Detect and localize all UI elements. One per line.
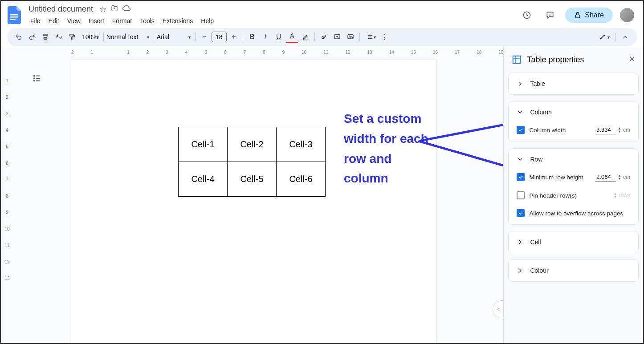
- table-properties-sidebar: Table properties Table Column Column w: [503, 48, 643, 343]
- share-button[interactable]: Share: [565, 8, 613, 23]
- avatar[interactable]: [620, 8, 634, 22]
- zoom-dropdown[interactable]: 100%: [79, 33, 101, 40]
- svg-rect-6: [44, 37, 47, 39]
- unit-label: rows: [619, 192, 630, 198]
- svg-rect-7: [70, 34, 73, 36]
- lock-icon: [574, 12, 581, 19]
- decrease-font-button[interactable]: −: [198, 31, 211, 43]
- star-icon[interactable]: ☆: [99, 4, 106, 14]
- annotation-text: Set a custom width for each row and colu…: [344, 109, 436, 189]
- pin-header-checkbox[interactable]: [517, 191, 525, 199]
- paint-format-button[interactable]: [66, 31, 78, 43]
- chevron-down-icon: [517, 109, 524, 116]
- move-icon[interactable]: [111, 4, 118, 14]
- italic-button[interactable]: I: [259, 31, 272, 43]
- table-cell[interactable]: Cell-4: [179, 162, 228, 197]
- svg-point-10: [349, 36, 350, 37]
- table-row[interactable]: Cell-1 Cell-2 Cell-3: [179, 127, 326, 162]
- history-icon[interactable]: [519, 7, 535, 23]
- table-row[interactable]: Cell-4 Cell-5 Cell-6: [179, 162, 326, 197]
- svg-rect-1: [10, 16, 18, 18]
- more-button[interactable]: ⋮: [379, 31, 391, 43]
- unit-label: cm: [623, 174, 630, 180]
- insert-link-button[interactable]: [318, 31, 330, 43]
- text-color-button[interactable]: A: [286, 31, 298, 43]
- collapse-toolbar-button[interactable]: [619, 31, 632, 43]
- table-cell[interactable]: Cell-6: [277, 162, 326, 197]
- vertical-ruler: 12345678910111213: [1, 48, 13, 343]
- horizontal-ruler: 2112345678910111213141516171819: [13, 48, 503, 57]
- redo-button[interactable]: [26, 31, 38, 43]
- menu-insert[interactable]: Insert: [85, 16, 108, 26]
- section-cell[interactable]: Cell: [509, 231, 638, 253]
- undo-button[interactable]: [12, 31, 25, 43]
- column-width-checkbox[interactable]: [517, 126, 525, 134]
- chevron-right-icon: [517, 80, 524, 87]
- menu-format[interactable]: Format: [109, 16, 135, 26]
- column-width-input[interactable]: [595, 125, 616, 134]
- min-row-height-label: Minimum row height: [529, 174, 583, 181]
- unit-label: cm: [623, 127, 630, 133]
- increase-font-button[interactable]: +: [228, 31, 240, 43]
- svg-rect-2: [10, 19, 16, 20]
- overflow-checkbox[interactable]: [517, 209, 525, 217]
- font-size-input[interactable]: 18: [212, 32, 227, 42]
- sidebar-title: Table properties: [527, 55, 623, 65]
- svg-rect-16: [513, 56, 521, 64]
- spellcheck-button[interactable]: [53, 31, 65, 43]
- chevron-right-icon: [517, 267, 524, 274]
- table-cell[interactable]: Cell-3: [277, 127, 326, 162]
- close-sidebar-button[interactable]: [628, 55, 636, 65]
- document-title[interactable]: Untitled document: [27, 4, 95, 15]
- menu-view[interactable]: View: [64, 16, 84, 26]
- share-label: Share: [585, 11, 604, 19]
- underline-button[interactable]: U: [273, 31, 285, 43]
- svg-rect-0: [10, 14, 18, 16]
- outline-toggle-button[interactable]: [32, 73, 42, 85]
- table-cell[interactable]: Cell-1: [179, 127, 228, 162]
- font-dropdown[interactable]: Arial: [157, 33, 192, 40]
- overflow-label: Allow row to overflow across pages: [529, 210, 623, 217]
- svg-point-12: [34, 78, 35, 79]
- chevron-down-icon: [517, 156, 524, 163]
- paragraph-style-dropdown[interactable]: Normal text: [106, 33, 151, 40]
- menu-tools[interactable]: Tools: [136, 16, 158, 26]
- menubar: File Edit View Insert Format Tools Exten…: [27, 16, 514, 26]
- min-row-height-spinner[interactable]: ▲▼: [618, 174, 621, 180]
- pin-header-spinner: ▲▼: [614, 192, 617, 198]
- align-dropdown[interactable]: [363, 31, 378, 43]
- pin-header-label: Pin header row(s): [529, 192, 577, 199]
- document-table[interactable]: Cell-1 Cell-2 Cell-3 Cell-4 Cell-5 Cell-…: [178, 127, 326, 197]
- menu-edit[interactable]: Edit: [45, 16, 63, 26]
- column-width-label: Column width: [529, 127, 566, 134]
- column-width-spinner[interactable]: ▲▼: [618, 127, 621, 133]
- document-page[interactable]: Cell-1 Cell-2 Cell-3 Cell-4 Cell-5 Cell-…: [71, 60, 436, 343]
- editing-mode-dropdown[interactable]: [594, 31, 611, 43]
- menu-extensions[interactable]: Extensions: [159, 16, 196, 26]
- min-row-height-checkbox[interactable]: [517, 173, 525, 181]
- min-row-height-input[interactable]: [595, 173, 616, 182]
- menu-help[interactable]: Help: [197, 16, 217, 26]
- section-row[interactable]: Row: [509, 149, 638, 170]
- table-cell[interactable]: Cell-2: [228, 127, 277, 162]
- chevron-right-icon: [517, 239, 524, 246]
- print-button[interactable]: [39, 31, 52, 43]
- section-table[interactable]: Table: [509, 73, 638, 94]
- bold-button[interactable]: B: [246, 31, 258, 43]
- table-cell[interactable]: Cell-5: [228, 162, 277, 197]
- toolbar: 100% Normal text Arial − 18 + B I U A ⋮: [7, 28, 637, 46]
- add-comment-button[interactable]: [331, 31, 343, 43]
- svg-point-11: [34, 76, 35, 77]
- section-column[interactable]: Column: [509, 101, 638, 123]
- highlight-button[interactable]: [299, 31, 312, 43]
- svg-point-13: [34, 81, 35, 81]
- docs-logo[interactable]: [6, 7, 22, 23]
- cloud-status-icon[interactable]: [122, 4, 130, 14]
- insert-image-button[interactable]: [344, 31, 357, 43]
- svg-rect-3: [576, 15, 580, 18]
- table-icon: [512, 55, 522, 65]
- section-colour[interactable]: Colour: [509, 260, 638, 281]
- menu-file[interactable]: File: [27, 16, 44, 26]
- comments-icon[interactable]: [542, 7, 558, 23]
